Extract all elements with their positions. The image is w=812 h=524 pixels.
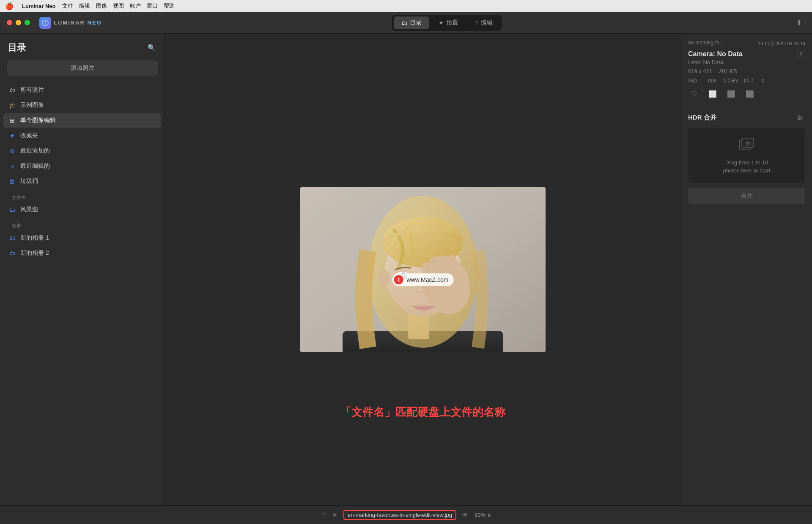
section-albums: 相册: [3, 218, 161, 231]
sidebar-item-album-1[interactable]: 🗂 新的相册 1: [3, 231, 161, 245]
traffic-lights: [7, 20, 30, 25]
menu-image[interactable]: 图像: [96, 2, 107, 10]
sidebar-title: 目录: [8, 41, 26, 54]
app-name[interactable]: Luminar Neo: [22, 3, 55, 9]
watermark-url: www.MacZ.com: [407, 276, 449, 283]
info-actions: ♡ ⬜ ⬜ ⬜: [688, 88, 805, 100]
sidebar-item-recent-add[interactable]: ⊕ 最近添加的: [3, 144, 161, 158]
sidebar: 目录 🔍 添加照片 🗂 所有照片 🎓 示例图像 ⊞ 单个图像编辑 ♥ 收藏夹 ⊕: [0, 34, 165, 505]
search-icon[interactable]: 🔍: [146, 42, 157, 53]
trash-icon: 🗑: [8, 178, 16, 185]
sidebar-item-all-photos[interactable]: 🗂 所有照片: [3, 83, 161, 97]
iso: ISO -: [688, 78, 700, 84]
tab-edit[interactable]: ≡ 编辑: [467, 16, 500, 29]
minimize-button[interactable]: [16, 20, 21, 25]
sidebar-item-trash[interactable]: 🗑 垃圾桶: [3, 174, 161, 188]
section-folders: 文件夹: [3, 189, 161, 202]
heart-action-icon[interactable]: ♡: [688, 88, 700, 100]
recent-add-label: 最近添加的: [20, 147, 50, 155]
menu-window[interactable]: 窗口: [147, 2, 158, 10]
album1-label: 新的相册 1: [20, 234, 49, 242]
titlebar: LUMINAR NEO 🗂 目录 ✦ 预置 ≡ 编辑 ⬆: [0, 12, 812, 34]
album2-icon: 🗂: [8, 250, 16, 257]
apple-menu[interactable]: 🍎: [5, 2, 14, 10]
status-close-icon[interactable]: ✕: [332, 511, 337, 519]
zoom-arrow-icon: ∨: [487, 512, 491, 518]
logo-icon: [39, 17, 51, 29]
app-logo: LUMINAR NEO: [39, 17, 102, 29]
photo-container: z www.MacZ.com 「文件名」匹配硬盘上文件的名称: [300, 187, 546, 352]
menu-help[interactable]: 帮助: [164, 2, 175, 10]
hdr-settings-icon[interactable]: ⚙: [794, 112, 805, 123]
menubar: 🍎 Luminar Neo 文件 编辑 图像 视图 账户 窗口 帮助: [0, 0, 812, 12]
info-panel: en-marking-fa... 19 11月 2022 09:34:19 Ca…: [681, 34, 812, 106]
annotation-box: 「文件名」匹配硬盘上文件的名称: [340, 405, 505, 420]
album2-label: 新的相册 2: [20, 249, 49, 257]
sidebar-item-folder-landscapes[interactable]: 🗂 风景图: [3, 202, 161, 217]
help-icon[interactable]: ?: [797, 50, 805, 58]
sidebar-item-recent-edit[interactable]: ≡ 最近编辑的: [3, 159, 161, 173]
svg-point-21: [413, 287, 414, 288]
close-button[interactable]: [7, 20, 12, 25]
file-size: 201 KB: [719, 68, 737, 74]
recent-edit-icon: ≡: [8, 163, 16, 169]
status-zoom[interactable]: 80% ∨: [475, 512, 491, 518]
exposure: - s: [759, 78, 764, 84]
menu-account[interactable]: 账户: [130, 2, 141, 10]
sidebar-item-single-edit[interactable]: ⊞ 单个图像编辑: [3, 113, 161, 128]
catalog-icon: 🗂: [401, 19, 407, 26]
edit-icon: ≡: [475, 19, 478, 26]
logo-text: LUMINAR NEO: [54, 19, 102, 26]
status-eye-icon[interactable]: 👁: [462, 511, 469, 519]
main-layout: 目录 🔍 添加照片 🗂 所有照片 🎓 示例图像 ⊞ 单个图像编辑 ♥ 收藏夹 ⊕: [0, 34, 812, 505]
tab-presets[interactable]: ✦ 预置: [431, 16, 466, 29]
status-filename[interactable]: en-marking-favorites-in-single-edit-view…: [343, 510, 456, 520]
info-filename: en-marking-fa...: [688, 40, 724, 46]
ev: -1.0 EV: [721, 78, 738, 84]
album1-icon: 🗂: [8, 235, 16, 241]
hdr-drop-zone[interactable]: Drag from 1 to 10photos here to start: [688, 128, 805, 183]
tab-catalog[interactable]: 🗂 目录: [394, 16, 429, 29]
recent-add-icon: ⊕: [8, 147, 16, 154]
single-edit-icon: ⊞: [8, 117, 16, 124]
samples-icon: 🎓: [8, 102, 16, 109]
all-photos-icon: 🗂: [8, 87, 16, 93]
watermark: z www.MacZ.com: [392, 273, 454, 286]
info-lens: Lens: No Data: [688, 59, 805, 66]
hdr-merge-button[interactable]: 合并: [688, 188, 805, 204]
favorites-icon: ♥: [8, 132, 16, 139]
sidebar-item-samples[interactable]: 🎓 示例图像: [3, 98, 161, 112]
share-button[interactable]: ⬆: [793, 16, 805, 29]
info-exif: ISO - - mm -1.0 EV f/0.7 - s: [688, 78, 805, 84]
sidebar-item-album-2[interactable]: 🗂 新的相册 2: [3, 246, 161, 260]
all-photos-label: 所有照片: [20, 86, 44, 94]
tab-presets-label: 预置: [446, 19, 458, 27]
statusbar: ♡ ✕ en-marking-favorites-in-single-edit-…: [0, 505, 812, 524]
add-photo-button[interactable]: 添加照片: [7, 60, 158, 76]
favorites-label: 收藏夹: [20, 132, 38, 139]
copy-action-icon[interactable]: ⬜: [707, 88, 719, 100]
paste-action-icon[interactable]: ⬜: [725, 88, 737, 100]
sidebar-header: 目录 🔍: [0, 38, 165, 60]
status-heart-icon[interactable]: ♡: [321, 511, 326, 519]
tab-catalog-label: 目录: [410, 19, 422, 27]
presets-icon: ✦: [439, 19, 444, 26]
info-camera: Camera: No Data ?: [688, 50, 805, 58]
menu-edit[interactable]: 编辑: [79, 2, 90, 10]
camera-label: Camera: No Data: [688, 50, 743, 58]
folder-label: 风景图: [20, 206, 38, 213]
reset-action-icon[interactable]: ⬜: [744, 88, 756, 100]
maximize-button[interactable]: [25, 20, 30, 25]
samples-label: 示例图像: [20, 101, 44, 109]
sidebar-nav: 🗂 所有照片 🎓 示例图像 ⊞ 单个图像编辑 ♥ 收藏夹 ⊕ 最近添加的 ≡ 最: [0, 83, 165, 505]
menu-file[interactable]: 文件: [62, 2, 73, 10]
dimensions: 619 x 411: [688, 68, 712, 74]
tab-group: 🗂 目录 ✦ 预置 ≡ 编辑: [392, 15, 502, 31]
sidebar-item-favorites[interactable]: ♥ 收藏夹: [3, 128, 161, 143]
zoom-level: 80%: [475, 512, 486, 518]
menu-items: 文件 编辑 图像 视图 账户 窗口 帮助: [62, 2, 175, 10]
menu-view[interactable]: 视图: [113, 2, 124, 10]
info-date: 19 11月 2022 09:34:19: [758, 41, 805, 47]
tab-edit-label: 编辑: [481, 19, 493, 27]
content-area: z www.MacZ.com 「文件名」匹配硬盘上文件的名称: [165, 34, 681, 505]
